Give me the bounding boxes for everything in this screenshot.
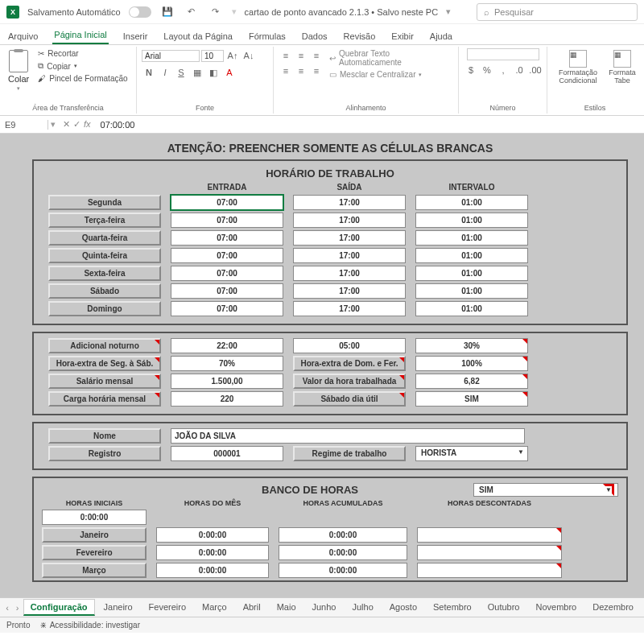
horas-desc-cell[interactable] [417, 545, 562, 560]
menu-tab-ajuda[interactable]: Ajuda [428, 28, 454, 44]
param-value-2[interactable]: 6,82 [415, 374, 528, 389]
accessibility-status[interactable]: ⛯ Acessibilidade: investigar [39, 621, 140, 630]
saida-cell[interactable]: 17:00 [293, 195, 406, 210]
copy-button[interactable]: ⧉Copiar▾ [35, 60, 130, 72]
cancel-formula-icon[interactable]: ✕ [63, 119, 70, 130]
font-name-select[interactable]: Arial [142, 50, 200, 62]
sheet-tab-fevereiro[interactable]: Fevereiro [142, 599, 193, 616]
decrease-font-icon[interactable]: A↓ [242, 48, 256, 63]
sheet-tab-dezembro[interactable]: Dezembro [585, 599, 641, 616]
horas-desc-cell[interactable] [417, 527, 562, 543]
intervalo-cell[interactable]: 01:00 [415, 283, 528, 299]
entrada-cell[interactable]: 07:00 [171, 230, 283, 246]
font-color-button[interactable]: A [222, 65, 237, 80]
menu-tab-arquivo[interactable]: Arquivo [6, 28, 39, 44]
sheet-tab-julho[interactable]: Julho [345, 599, 380, 616]
intervalo-cell[interactable]: 01:00 [415, 248, 528, 263]
menu-tab-layout-da-página[interactable]: Layout da Página [162, 28, 234, 44]
saida-cell[interactable]: 17:00 [293, 213, 406, 228]
entrada-cell[interactable]: 07:00 [171, 283, 283, 299]
worksheet-area[interactable]: ATENÇÃO: PREENCHER SOMENTE AS CÉLULAS BR… [0, 134, 644, 597]
banco-enable-select[interactable]: SIM [473, 483, 618, 497]
undo-icon[interactable]: ↶ [184, 4, 200, 20]
menu-tab-página-inicial[interactable]: Página Inicial [52, 27, 108, 44]
sheet-nav-next-icon[interactable]: › [13, 603, 21, 613]
horas-acc-cell[interactable]: 0:00:00 [279, 545, 407, 560]
sheet-tab-maio[interactable]: Maio [270, 599, 303, 616]
formula-bar[interactable]: 07:00:00 [96, 120, 644, 130]
borders-button[interactable]: ▦ [190, 65, 204, 80]
number-format-select[interactable] [467, 48, 539, 60]
merge-center-button[interactable]: ▭Mesclar e Centralizar▾ [327, 69, 453, 80]
sheet-tab-março[interactable]: Março [195, 599, 234, 616]
search-input[interactable]: ⌕ Pesquisar [477, 3, 638, 21]
menu-tab-dados[interactable]: Dados [300, 28, 329, 44]
entrada-cell[interactable]: 07:00 [171, 213, 283, 228]
entrada-cell[interactable]: 07:00 [171, 195, 283, 210]
name-input[interactable]: JOÃO DA SILVA [171, 428, 525, 444]
menu-tab-inserir[interactable]: Inserir [122, 28, 150, 44]
saida-cell[interactable]: 17:00 [293, 283, 406, 299]
save-icon[interactable]: 💾 [159, 4, 175, 20]
fx-icon[interactable]: fx [84, 119, 91, 130]
saida-cell[interactable]: 17:00 [293, 230, 406, 246]
currency-button[interactable]: $ [464, 63, 478, 77]
horas-mes-cell[interactable]: 0:00:00 [156, 563, 269, 578]
redo-icon[interactable]: ↷ [208, 4, 224, 20]
sheet-tab-abril[interactable]: Abril [236, 599, 268, 616]
param-label-2[interactable]: 05:00 [293, 338, 406, 353]
param-value-2[interactable]: 30% [415, 338, 528, 353]
accept-formula-icon[interactable]: ✓ [73, 119, 80, 130]
horas-desc-cell[interactable] [417, 563, 562, 578]
menu-tab-revisão[interactable]: Revisão [342, 28, 378, 44]
horas-acc-cell[interactable]: 0:00:00 [279, 563, 407, 578]
regime-select[interactable]: HORISTA [415, 446, 528, 461]
sheet-tab-agosto[interactable]: Agosto [382, 599, 424, 616]
intervalo-cell[interactable]: 01:00 [415, 213, 528, 228]
increase-font-icon[interactable]: A↑ [225, 48, 240, 63]
alignment-grid[interactable]: ≡≡≡ ≡≡≡ [279, 48, 324, 102]
horas-mes-cell[interactable]: 0:00:00 [156, 545, 269, 560]
font-size-select[interactable]: 10 [201, 50, 224, 62]
horas-acc-cell[interactable]: 0:00:00 [279, 527, 407, 543]
saida-cell[interactable]: 17:00 [293, 248, 406, 263]
param-value-2[interactable]: 100% [415, 356, 528, 371]
entrada-cell[interactable]: 07:00 [171, 301, 283, 316]
fill-color-button[interactable]: ◧ [206, 65, 221, 80]
conditional-formatting-button[interactable]: ▦ Formatação Condicional [552, 48, 604, 102]
registro-input[interactable]: 000001 [171, 446, 283, 461]
sheet-tab-junho[interactable]: Junho [305, 599, 344, 616]
sheet-nav-prev-icon[interactable]: ‹ [3, 603, 11, 613]
intervalo-cell[interactable]: 01:00 [415, 230, 528, 246]
saida-cell[interactable]: 17:00 [293, 266, 406, 281]
autosave-toggle[interactable] [129, 6, 151, 18]
sheet-tab-outubro[interactable]: Outubro [481, 599, 527, 616]
paste-button[interactable]: Colar ▾ [5, 48, 32, 102]
param-value-2[interactable]: SIM [415, 391, 528, 407]
format-painter-button[interactable]: 🖌Pincel de Formatação [35, 73, 130, 84]
intervalo-cell[interactable]: 01:00 [415, 266, 528, 281]
increase-decimal-button[interactable]: .0 [512, 63, 526, 77]
bold-button[interactable]: N [142, 65, 156, 80]
sheet-tab-novembro[interactable]: Novembro [528, 599, 584, 616]
sheet-tab-setembro[interactable]: Setembro [426, 599, 479, 616]
italic-button[interactable]: I [158, 65, 172, 80]
format-table-button[interactable]: ▦ Formata Tabe [607, 48, 638, 102]
entrada-cell[interactable]: 07:00 [171, 266, 283, 281]
underline-button[interactable]: S [174, 65, 188, 80]
menu-tab-fórmulas[interactable]: Fórmulas [247, 28, 287, 44]
saida-cell[interactable]: 17:00 [293, 301, 406, 316]
name-box[interactable]: E9 [0, 120, 48, 130]
param-value[interactable]: 22:00 [171, 338, 283, 353]
intervalo-cell[interactable]: 01:00 [415, 195, 528, 210]
horas-mes-cell[interactable]: 0:00:00 [156, 527, 269, 543]
intervalo-cell[interactable]: 01:00 [415, 301, 528, 316]
sheet-tab-janeiro[interactable]: Janeiro [97, 599, 140, 616]
param-value[interactable]: 70% [171, 356, 283, 371]
entrada-cell[interactable]: 07:00 [171, 248, 283, 263]
cut-button[interactable]: ✂Recortar [35, 48, 130, 59]
sheet-tab-configuração[interactable]: Configuração [23, 599, 95, 616]
horas-iniciais-input[interactable]: 0:00:00 [42, 510, 147, 525]
menu-tab-exibir[interactable]: Exibir [390, 28, 415, 44]
comma-button[interactable]: , [496, 63, 510, 77]
